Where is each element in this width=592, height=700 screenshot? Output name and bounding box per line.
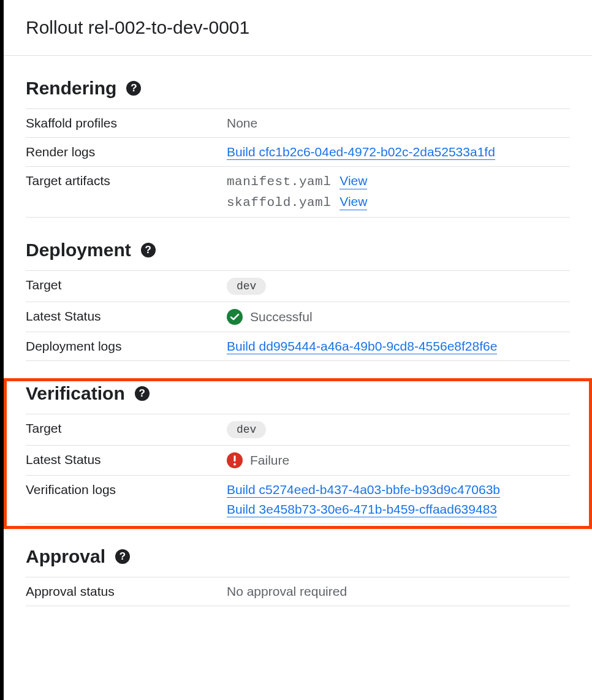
verification-target-label: Target: [26, 421, 227, 436]
deployment-title: Deployment: [26, 240, 131, 261]
help-icon[interactable]: ?: [115, 549, 130, 564]
artifact-view-link[interactable]: View: [340, 194, 367, 210]
rendering-title: Rendering: [26, 78, 116, 99]
deployment-logs-label: Deployment logs: [26, 339, 227, 354]
verification-title: Verification: [26, 383, 125, 404]
approval-title: Approval: [26, 546, 105, 567]
help-icon[interactable]: ?: [126, 81, 141, 96]
verification-target-chip: dev: [227, 421, 266, 438]
approval-section: Approval ? Approval status No approval r…: [26, 546, 570, 606]
rendering-section: Rendering ? Skaffold profiles None Rende…: [26, 78, 570, 218]
approval-status-value: No approval required: [227, 584, 570, 599]
verification-section: Verification ? Target dev Latest Status …: [26, 383, 570, 524]
page-title: Rollout rel-002-to-dev-0001: [4, 0, 592, 56]
deployment-target-label: Target: [26, 278, 227, 292]
render-logs-link[interactable]: Build cfc1b2c6-04ed-4972-b02c-2da52533a1…: [227, 145, 495, 160]
deployment-section: Deployment ? Target dev Latest Status Su…: [26, 240, 570, 361]
verification-logs-link[interactable]: Build 3e458b73-30e6-471b-b459-cffaad6394…: [227, 502, 497, 517]
error-circle-icon: [227, 452, 243, 468]
svg-point-1: [233, 463, 236, 466]
help-icon[interactable]: ?: [141, 243, 156, 257]
deployment-logs-link[interactable]: Build dd995444-a46a-49b0-9cd8-4556e8f28f…: [227, 339, 497, 354]
check-circle-icon: [227, 309, 243, 325]
artifact-row: manifest.yaml View: [227, 173, 570, 189]
svg-rect-0: [234, 455, 236, 462]
artifact-file: manifest.yaml: [227, 175, 331, 189]
approval-status-label: Approval status: [26, 584, 227, 599]
deployment-status-value: Successful: [250, 310, 313, 324]
skaffold-profiles-label: Skaffold profiles: [26, 116, 227, 131]
help-icon[interactable]: ?: [135, 386, 150, 401]
verification-logs-label: Verification logs: [26, 482, 227, 497]
artifact-file: skaffold.yaml: [227, 196, 331, 210]
verification-logs-link[interactable]: Build c5274eed-b437-4a03-bbfe-b93d9c4706…: [227, 482, 500, 498]
deployment-status-label: Latest Status: [26, 309, 227, 324]
verification-status-value: Failure: [250, 453, 289, 468]
verification-status-label: Latest Status: [26, 452, 227, 467]
deployment-target-chip: dev: [227, 278, 266, 295]
render-logs-label: Render logs: [26, 145, 227, 159]
artifact-row: skaffold.yaml View: [227, 194, 570, 210]
target-artifacts-label: Target artifacts: [26, 173, 227, 188]
skaffold-profiles-value: None: [227, 116, 570, 131]
artifact-view-link[interactable]: View: [340, 173, 367, 189]
